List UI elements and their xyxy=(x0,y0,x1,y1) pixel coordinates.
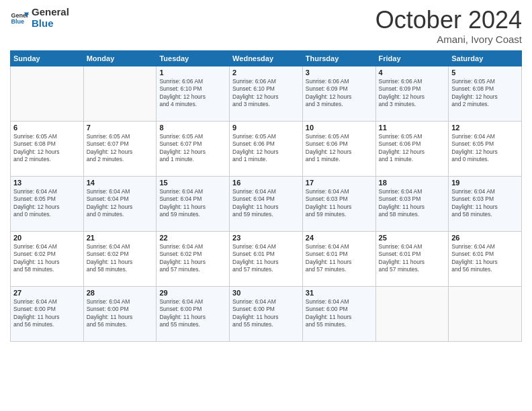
day-detail: Sunrise: 6:05 AM Sunset: 6:07 PM Dayligh… xyxy=(159,133,226,164)
day-detail: Sunrise: 6:06 AM Sunset: 6:09 PM Dayligh… xyxy=(379,78,446,109)
header-tuesday: Tuesday xyxy=(157,50,230,66)
cell-week3-day4: 17Sunrise: 6:04 AM Sunset: 6:03 PM Dayli… xyxy=(302,176,375,231)
day-detail: Sunrise: 6:04 AM Sunset: 6:00 PM Dayligh… xyxy=(159,298,226,329)
day-detail: Sunrise: 6:04 AM Sunset: 6:05 PM Dayligh… xyxy=(451,133,519,164)
cell-week2-day4: 10Sunrise: 6:05 AM Sunset: 6:06 PM Dayli… xyxy=(302,121,375,176)
header-saturday: Saturday xyxy=(449,50,522,66)
day-number: 13 xyxy=(13,179,81,187)
calendar-table: Sunday Monday Tuesday Wednesday Thursday… xyxy=(10,50,522,342)
day-number: 4 xyxy=(379,68,446,77)
header: General Blue General Blue October 2024 A… xyxy=(10,7,522,45)
cell-week3-day0: 13Sunrise: 6:04 AM Sunset: 6:05 PM Dayli… xyxy=(11,176,84,231)
cell-week3-day2: 15Sunrise: 6:04 AM Sunset: 6:04 PM Dayli… xyxy=(157,176,230,231)
day-detail: Sunrise: 6:04 AM Sunset: 6:02 PM Dayligh… xyxy=(87,243,154,274)
day-detail: Sunrise: 6:05 AM Sunset: 6:08 PM Dayligh… xyxy=(13,133,81,164)
day-number: 30 xyxy=(232,289,300,297)
day-number: 23 xyxy=(232,234,300,242)
day-number: 10 xyxy=(306,124,373,132)
day-number: 15 xyxy=(159,179,226,187)
cell-week4-day5: 25Sunrise: 6:04 AM Sunset: 6:01 PM Dayli… xyxy=(375,231,449,286)
day-number: 11 xyxy=(379,124,446,132)
day-number: 3 xyxy=(306,68,373,77)
cell-week5-day1: 28Sunrise: 6:04 AM Sunset: 6:00 PM Dayli… xyxy=(83,286,157,341)
cell-week1-day5: 4Sunrise: 6:06 AM Sunset: 6:09 PM Daylig… xyxy=(375,66,449,121)
day-detail: Sunrise: 6:04 AM Sunset: 6:01 PM Dayligh… xyxy=(232,243,300,274)
cell-week1-day2: 1Sunrise: 6:06 AM Sunset: 6:10 PM Daylig… xyxy=(157,66,230,121)
cell-week3-day1: 14Sunrise: 6:04 AM Sunset: 6:04 PM Dayli… xyxy=(83,176,157,231)
cell-week5-day6 xyxy=(449,286,522,341)
cell-week5-day4: 31Sunrise: 6:04 AM Sunset: 6:00 PM Dayli… xyxy=(302,286,375,341)
day-number: 24 xyxy=(306,234,373,242)
cell-week4-day2: 22Sunrise: 6:04 AM Sunset: 6:02 PM Dayli… xyxy=(157,231,230,286)
header-wednesday: Wednesday xyxy=(230,50,303,66)
day-number: 1 xyxy=(159,68,226,77)
day-number: 19 xyxy=(451,179,519,187)
logo-line2: Blue xyxy=(32,18,69,30)
day-number: 8 xyxy=(159,124,226,132)
header-sunday: Sunday xyxy=(11,50,84,66)
calendar-header-row: Sunday Monday Tuesday Wednesday Thursday… xyxy=(11,50,522,66)
cell-week1-day6: 5Sunrise: 6:05 AM Sunset: 6:08 PM Daylig… xyxy=(449,66,522,121)
cell-week4-day3: 23Sunrise: 6:04 AM Sunset: 6:01 PM Dayli… xyxy=(230,231,303,286)
logo: General Blue General Blue xyxy=(10,7,69,29)
day-detail: Sunrise: 6:04 AM Sunset: 6:01 PM Dayligh… xyxy=(306,243,373,274)
day-number: 18 xyxy=(379,179,446,187)
svg-text:Blue: Blue xyxy=(11,18,24,25)
week-row-2: 6Sunrise: 6:05 AM Sunset: 6:08 PM Daylig… xyxy=(11,121,522,176)
day-number: 17 xyxy=(306,179,373,187)
cell-week1-day1 xyxy=(83,66,157,121)
day-detail: Sunrise: 6:06 AM Sunset: 6:10 PM Dayligh… xyxy=(159,78,226,109)
day-number: 20 xyxy=(13,234,81,242)
cell-week1-day4: 3Sunrise: 6:06 AM Sunset: 6:09 PM Daylig… xyxy=(302,66,375,121)
day-detail: Sunrise: 6:06 AM Sunset: 6:10 PM Dayligh… xyxy=(232,78,300,109)
day-detail: Sunrise: 6:06 AM Sunset: 6:09 PM Dayligh… xyxy=(306,78,373,109)
cell-week5-day0: 27Sunrise: 6:04 AM Sunset: 6:00 PM Dayli… xyxy=(11,286,84,341)
cell-week3-day3: 16Sunrise: 6:04 AM Sunset: 6:04 PM Dayli… xyxy=(230,176,303,231)
day-number: 9 xyxy=(232,124,300,132)
day-number: 25 xyxy=(379,234,446,242)
month-title: October 2024 xyxy=(375,7,522,34)
location-subtitle: Amani, Ivory Coast xyxy=(375,34,522,45)
day-detail: Sunrise: 6:04 AM Sunset: 6:04 PM Dayligh… xyxy=(159,188,226,219)
week-row-4: 20Sunrise: 6:04 AM Sunset: 6:02 PM Dayli… xyxy=(11,231,522,286)
day-number: 31 xyxy=(306,289,373,297)
logo-icon: General Blue xyxy=(10,9,29,28)
day-number: 14 xyxy=(87,179,154,187)
day-number: 29 xyxy=(159,289,226,297)
day-detail: Sunrise: 6:05 AM Sunset: 6:06 PM Dayligh… xyxy=(379,133,446,164)
cell-week2-day3: 9Sunrise: 6:05 AM Sunset: 6:06 PM Daylig… xyxy=(230,121,303,176)
cell-week1-day0 xyxy=(11,66,84,121)
cell-week3-day6: 19Sunrise: 6:04 AM Sunset: 6:03 PM Dayli… xyxy=(449,176,522,231)
page-container: General Blue General Blue October 2024 A… xyxy=(0,0,532,411)
day-detail: Sunrise: 6:04 AM Sunset: 6:02 PM Dayligh… xyxy=(159,243,226,274)
cell-week2-day0: 6Sunrise: 6:05 AM Sunset: 6:08 PM Daylig… xyxy=(11,121,84,176)
day-detail: Sunrise: 6:05 AM Sunset: 6:08 PM Dayligh… xyxy=(451,78,519,109)
day-detail: Sunrise: 6:04 AM Sunset: 6:00 PM Dayligh… xyxy=(13,298,81,329)
day-detail: Sunrise: 6:05 AM Sunset: 6:06 PM Dayligh… xyxy=(306,133,373,164)
day-number: 26 xyxy=(451,234,519,242)
day-detail: Sunrise: 6:04 AM Sunset: 6:03 PM Dayligh… xyxy=(306,188,373,219)
day-number: 6 xyxy=(13,124,81,132)
day-detail: Sunrise: 6:04 AM Sunset: 6:01 PM Dayligh… xyxy=(379,243,446,274)
day-detail: Sunrise: 6:04 AM Sunset: 6:00 PM Dayligh… xyxy=(232,298,300,329)
week-row-5: 27Sunrise: 6:04 AM Sunset: 6:00 PM Dayli… xyxy=(11,286,522,341)
day-detail: Sunrise: 6:04 AM Sunset: 6:00 PM Dayligh… xyxy=(306,298,373,329)
day-detail: Sunrise: 6:05 AM Sunset: 6:06 PM Dayligh… xyxy=(232,133,300,164)
header-thursday: Thursday xyxy=(302,50,375,66)
day-number: 28 xyxy=(87,289,154,297)
day-number: 21 xyxy=(87,234,154,242)
day-number: 22 xyxy=(159,234,226,242)
cell-week2-day2: 8Sunrise: 6:05 AM Sunset: 6:07 PM Daylig… xyxy=(157,121,230,176)
day-detail: Sunrise: 6:04 AM Sunset: 6:00 PM Dayligh… xyxy=(87,298,154,329)
cell-week1-day3: 2Sunrise: 6:06 AM Sunset: 6:10 PM Daylig… xyxy=(230,66,303,121)
cell-week4-day4: 24Sunrise: 6:04 AM Sunset: 6:01 PM Dayli… xyxy=(302,231,375,286)
cell-week2-day6: 12Sunrise: 6:04 AM Sunset: 6:05 PM Dayli… xyxy=(449,121,522,176)
day-detail: Sunrise: 6:04 AM Sunset: 6:05 PM Dayligh… xyxy=(13,188,81,219)
day-detail: Sunrise: 6:04 AM Sunset: 6:03 PM Dayligh… xyxy=(451,188,519,219)
day-detail: Sunrise: 6:04 AM Sunset: 6:03 PM Dayligh… xyxy=(379,188,446,219)
cell-week4-day6: 26Sunrise: 6:04 AM Sunset: 6:01 PM Dayli… xyxy=(449,231,522,286)
cell-week2-day1: 7Sunrise: 6:05 AM Sunset: 6:07 PM Daylig… xyxy=(83,121,157,176)
day-number: 12 xyxy=(451,124,519,132)
cell-week5-day5 xyxy=(375,286,449,341)
day-detail: Sunrise: 6:04 AM Sunset: 6:02 PM Dayligh… xyxy=(13,243,81,274)
